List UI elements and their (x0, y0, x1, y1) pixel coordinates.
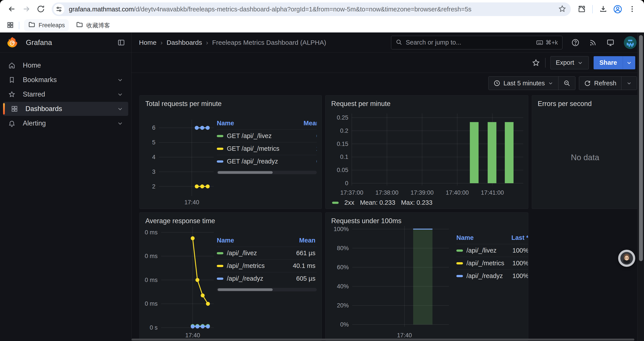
chevron-down-icon[interactable] (117, 106, 124, 112)
bookmark-folder-blogs[interactable]: 收藏博客 (72, 19, 114, 32)
series-swatch-blue (456, 275, 463, 277)
panel-avg-response-time[interactable]: Average response time 80 ms60 ms40 ms20 … (140, 212, 322, 341)
panel-errors-per-second[interactable]: Errors per second No data (532, 95, 638, 209)
svg-text:17:37:00: 17:37:00 (340, 189, 363, 196)
search-input[interactable]: Search or jump to... ⌘+k (391, 36, 562, 49)
horizontal-scrollbar[interactable] (132, 338, 634, 340)
legend-header-name[interactable]: Name (217, 118, 296, 129)
legend-header-name[interactable]: Name (217, 235, 282, 247)
total-requests-chart[interactable]: 6543217:40 (144, 109, 217, 207)
favorite-star-icon[interactable] (532, 58, 540, 67)
chevron-down-icon[interactable] (117, 120, 124, 127)
legend-header-mean[interactable]: Mean (282, 235, 316, 247)
breadcrumb-home[interactable]: Home (139, 39, 156, 46)
chevron-down-icon[interactable] (117, 91, 124, 98)
avg-response-time-chart[interactable]: 80 ms60 ms40 ms20 ms0 s17:40 (144, 226, 217, 340)
grafana-logo[interactable] (6, 36, 19, 49)
series-swatch-blue (217, 278, 223, 280)
legend-header-last[interactable]: Last * (316, 235, 317, 247)
legend-row[interactable]: /api/_/livez (456, 244, 504, 257)
legend-value: 646 µs (316, 247, 317, 259)
back-icon (8, 5, 16, 14)
legend-scrollbar[interactable] (217, 171, 317, 174)
back-button[interactable] (6, 3, 18, 15)
sidebar-item-alerting[interactable]: Alerting (3, 116, 128, 130)
series-swatch-green (332, 202, 339, 204)
svg-text:17:40:00: 17:40:00 (446, 189, 469, 196)
panel-request-per-minute[interactable]: Request per minute 0.250.20.150.10.05017… (325, 95, 528, 209)
reload-button[interactable] (35, 3, 47, 15)
svg-text:40 ms: 40 ms (144, 277, 158, 283)
address-bar[interactable]: grafana.mathmast.com/d/deytv4rwavabkb/fr… (52, 3, 571, 16)
share-button[interactable]: Share (594, 56, 623, 69)
legend-table: Name Last * /api/_/livez 100% /api/_/met… (456, 232, 528, 338)
help-icon[interactable] (571, 38, 580, 47)
sidebar-item-bookmarks[interactable]: Bookmarks (3, 73, 128, 87)
legend-row[interactable]: /api/_/livez (217, 247, 282, 259)
search-icon (396, 39, 402, 46)
request-per-minute-chart[interactable]: 0.250.20.150.10.05017:37:0017:38:0017:39… (330, 109, 526, 197)
breadcrumb-dashboards[interactable]: Dashboards (166, 39, 202, 46)
time-range-label: Last 5 minutes (504, 80, 545, 87)
site-settings-icon[interactable] (54, 4, 64, 15)
refresh-icon (584, 80, 591, 87)
time-range-picker[interactable]: Last 5 minutes (488, 77, 558, 90)
sidebar-logo-row: Grafana (0, 33, 131, 53)
zoom-out-time-button[interactable] (558, 77, 575, 90)
profile-button[interactable] (612, 3, 624, 15)
profile-avatar-icon (613, 4, 623, 14)
bookmark-star-icon[interactable] (558, 5, 566, 14)
svg-text:100%: 100% (334, 226, 349, 232)
legend-row[interactable]: GET /api/_/readyz (217, 155, 296, 168)
sidebar-item-dashboards[interactable]: Dashboards (3, 102, 128, 116)
refresh-interval-button[interactable] (621, 77, 637, 90)
legend-value: 6 (296, 155, 317, 168)
page-scrollbar-thumb[interactable] (639, 35, 643, 261)
apps-grid-icon[interactable] (6, 21, 14, 30)
legend-value: 605 µs (282, 272, 316, 285)
news-rss-icon[interactable] (589, 38, 597, 47)
svg-text:20%: 20% (337, 302, 349, 309)
dock-sidebar-icon[interactable] (117, 39, 125, 47)
monitor-icon[interactable] (606, 38, 615, 47)
legend-scrollbar[interactable] (217, 288, 317, 291)
legend-header-name[interactable]: Name (456, 232, 504, 244)
actions-separator (545, 58, 546, 68)
panel-total-requests[interactable]: Total requests per minute 6543217:40 Nam… (140, 95, 322, 209)
export-button[interactable]: Export (550, 56, 589, 69)
legend-inline[interactable]: 2xx Mean: 0.233 Max: 0.233 (330, 197, 523, 209)
assistant-avatar[interactable] (618, 250, 635, 267)
legend-row[interactable]: GET /api/_/metrics (217, 142, 296, 155)
user-avatar[interactable] (624, 36, 636, 49)
browser-menu-button[interactable] (626, 3, 638, 15)
chevron-down-icon (548, 80, 554, 86)
refresh-group: Refresh (579, 76, 637, 90)
dashboard-canvas: Last 5 minutes Refresh (132, 73, 644, 341)
legend-value: 620 µs (316, 272, 317, 285)
series-swatch-green (217, 252, 223, 254)
sidebar-item-starred[interactable]: Starred (3, 87, 128, 101)
forward-button[interactable] (20, 3, 32, 15)
zoom-out-icon (563, 80, 570, 87)
chevron-down-icon[interactable] (117, 77, 124, 83)
panel-requests-under-100ms[interactable]: Requests under 100ms 100%80%60%40%20%0%1… (325, 212, 528, 341)
legend-header-mean[interactable]: Mean (296, 118, 317, 129)
grafana-brand-title: Grafana (26, 38, 117, 47)
legend-row[interactable]: /api/_/readyz (217, 272, 282, 285)
refresh-button[interactable]: Refresh (579, 77, 621, 90)
legend-row[interactable]: GET /api/_/livez (217, 129, 296, 142)
legend-row[interactable]: /api/_/metrics (217, 259, 282, 272)
share-menu-button[interactable] (623, 56, 635, 69)
sidebar-item-home[interactable]: Home (3, 58, 128, 72)
bookmark-folder-freeleaps[interactable]: Freeleaps (24, 19, 69, 32)
breadcrumb-current: Freeleaps Metrics Dashboard (ALPHA) (212, 39, 326, 46)
downloads-button[interactable] (597, 3, 609, 15)
extensions-button[interactable] (576, 3, 588, 15)
legend-header-last[interactable]: Last * (504, 232, 528, 244)
legend-row[interactable]: /api/_/readyz (456, 269, 504, 282)
legend-value: 6 (296, 129, 317, 142)
svg-text:17:40: 17:40 (397, 332, 412, 338)
svg-text:80%: 80% (337, 245, 349, 251)
requests-under-100ms-chart[interactable]: 100%80%60%40%20%0%17:40 (330, 226, 450, 340)
legend-row[interactable]: /api/_/metrics (456, 257, 504, 269)
